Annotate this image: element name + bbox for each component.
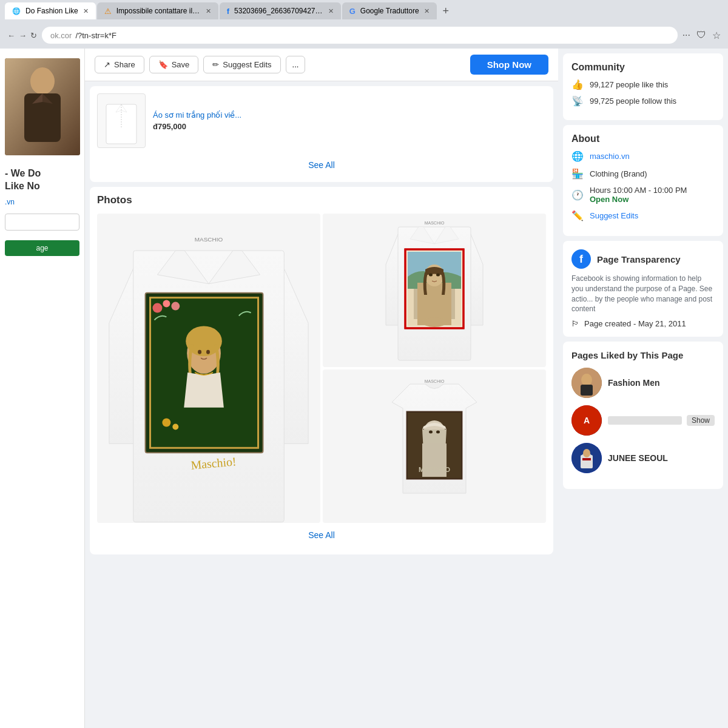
sidebar-search-input[interactable] xyxy=(5,214,79,231)
svg-text:MASCHIO: MASCHIO xyxy=(425,379,445,383)
about-website-row: 🌐 maschio.vn xyxy=(571,150,715,162)
sidebar-url[interactable]: .vn xyxy=(0,195,84,209)
shirt-mona-lisa-svg: MASCHIO xyxy=(380,216,489,365)
tab-inactive-3[interactable]: G Google Traduttore ✕ xyxy=(342,2,437,19)
save-btn[interactable]: 🔖 Save xyxy=(149,56,199,73)
globe-icon: 🌐 xyxy=(571,150,584,162)
tab-translate-icon: G xyxy=(349,7,356,16)
tab-title-active: Do Fashion Like xyxy=(25,7,78,15)
save-label: Save xyxy=(172,60,190,69)
clock-icon: 🕐 xyxy=(571,189,584,201)
svg-point-46 xyxy=(436,431,440,434)
product-preview: Áo sơ mi trắng phối viề... đ795,000 xyxy=(97,93,546,148)
fashion-men-name: Fashion Men xyxy=(608,378,660,388)
left-sidebar: - We Do Like No .vn age xyxy=(0,49,85,728)
bookmark-save-icon: 🔖 xyxy=(158,60,168,69)
page-liked-junee[interactable]: JUNEE SEOUL xyxy=(571,443,715,473)
facebook-brand-icon: f xyxy=(571,249,591,269)
photos-grid: MASCHIO xyxy=(97,214,546,523)
svg-point-22 xyxy=(163,300,170,308)
new-tab-btn[interactable]: + xyxy=(438,5,454,18)
action-bar: ↗ Share 🔖 Save ✏ Suggest Edits ... Shop … xyxy=(85,49,558,81)
products-see-all[interactable]: See All xyxy=(97,155,546,175)
svg-point-6 xyxy=(32,67,53,92)
transparency-header: f Page Transparency xyxy=(571,249,715,269)
tab-inactive-1[interactable]: ⚠ Impossibile contattare il server ✕ xyxy=(97,2,218,19)
about-hours-row: 🕐 Hours 10:00 AM - 10:00 PM Open Now xyxy=(571,186,715,204)
address-bar[interactable]: ok.cor /?tn-str=k*F xyxy=(42,27,678,44)
page: - We Do Like No .vn age ↗ Share 🔖 Save ✏ xyxy=(0,49,728,728)
page-liked-2[interactable]: A Show xyxy=(571,405,715,436)
suggest-edits-link[interactable]: Suggest Edits xyxy=(590,211,638,220)
svg-point-19 xyxy=(198,350,201,354)
tab-bar: 🌐 Do Fashion Like ✕ ⚠ Impossibile contat… xyxy=(0,0,728,22)
forward-btn[interactable]: → xyxy=(19,31,27,40)
shop-now-label: Shop Now xyxy=(487,59,531,70)
junee-avatar xyxy=(571,443,602,473)
photo-large[interactable]: MASCHIO xyxy=(97,214,320,523)
about-website-link[interactable]: maschio.vn xyxy=(590,152,630,161)
tab-active[interactable]: 🌐 Do Fashion Like ✕ xyxy=(5,2,96,19)
svg-point-45 xyxy=(429,431,433,434)
about-title: About xyxy=(571,133,715,144)
svg-point-57 xyxy=(583,449,590,457)
bookmark-icon[interactable]: 🛡 xyxy=(696,30,706,41)
more-btn[interactable]: ... xyxy=(286,56,306,73)
profile-image xyxy=(5,58,80,155)
svg-text:MASCHIO: MASCHIO xyxy=(419,466,450,473)
about-category: Clothing (Brand) xyxy=(590,169,647,178)
sidebar-page-btn[interactable]: age xyxy=(5,240,79,256)
show-btn[interactable]: Show xyxy=(687,415,715,426)
pencil-icon: ✏ xyxy=(212,60,219,69)
community-likes-row: 👍 99,127 people like this xyxy=(571,79,715,90)
thumbs-up-icon: 👍 xyxy=(571,79,584,90)
open-now-badge: Open Now xyxy=(590,195,687,204)
page-liked-fashion-men[interactable]: Fashion Men xyxy=(571,368,715,398)
back-btn[interactable]: ← xyxy=(7,31,15,40)
tab-close-btn-3[interactable]: ✕ xyxy=(424,7,430,15)
tab-inactive-2[interactable]: f 53203696_26636709427808... ✕ xyxy=(220,2,341,19)
product-price: đ795,000 xyxy=(153,122,546,131)
profile-avatar-svg xyxy=(5,58,80,155)
product-shirt-thumb xyxy=(100,95,143,147)
flag-icon: 🏳 xyxy=(571,319,579,328)
share-label: Share xyxy=(114,60,135,69)
photo-top-right[interactable]: MASCHIO xyxy=(323,214,546,367)
tab-close-btn-2[interactable]: ✕ xyxy=(328,7,334,15)
page-created-row: 🏳 Page created - May 21, 2011 xyxy=(571,319,715,328)
more-options-icon[interactable]: ··· xyxy=(682,30,690,41)
tab-favicon: 🌐 xyxy=(12,7,21,15)
svg-text:MASCHIO: MASCHIO xyxy=(195,236,223,243)
store-icon: 🏪 xyxy=(571,168,584,180)
base-url: ok.cor xyxy=(50,31,72,40)
shop-now-btn[interactable]: Shop Now xyxy=(470,55,548,75)
star-icon[interactable]: ☆ xyxy=(712,30,721,41)
right-sidebar: Community 👍 99,127 people like this 📡 99… xyxy=(558,49,728,728)
reload-btn[interactable]: ↻ xyxy=(30,31,37,40)
tab-title-1: Impossibile contattare il server xyxy=(116,7,201,15)
pages-liked-widget: Pages Liked by This Page Fashion Men xyxy=(563,342,723,489)
browser-icons: ··· 🛡 ☆ xyxy=(682,30,721,41)
community-likes: 99,127 people like this xyxy=(590,80,668,89)
share-btn[interactable]: ↗ Share xyxy=(95,56,144,73)
about-suggest-row: ✏️ Suggest Edits xyxy=(571,210,715,221)
transparency-title: Page Transparency xyxy=(597,254,681,265)
address-text: /?tn-str=k*F xyxy=(75,31,669,40)
tab-title-2: 53203696_26636709427808... xyxy=(234,7,323,15)
photos-see-all[interactable]: See All xyxy=(97,523,546,547)
photos-section: Photos xyxy=(90,187,553,554)
product-name[interactable]: Áo sơ mi trắng phối viề... xyxy=(153,110,546,120)
suggest-btn[interactable]: ✏ Suggest Edits xyxy=(203,56,280,73)
share-icon: ↗ xyxy=(104,60,110,69)
transparency-widget: f Page Transparency Facebook is showing … xyxy=(563,241,723,337)
sidebar-tagline: - We Do Like No xyxy=(0,160,84,195)
photo-bottom-right[interactable]: MASCHIO xyxy=(323,369,546,523)
svg-point-23 xyxy=(171,302,180,311)
tab-close-btn[interactable]: ✕ xyxy=(83,7,89,15)
svg-point-21 xyxy=(153,303,163,313)
svg-text:MASCHIO: MASCHIO xyxy=(425,221,445,225)
tab-close-btn-1[interactable]: ✕ xyxy=(206,7,211,15)
follow-icon: 📡 xyxy=(571,95,584,107)
action-buttons: ↗ Share 🔖 Save ✏ Suggest Edits ... xyxy=(95,56,305,73)
community-follows-row: 📡 99,725 people follow this xyxy=(571,95,715,107)
